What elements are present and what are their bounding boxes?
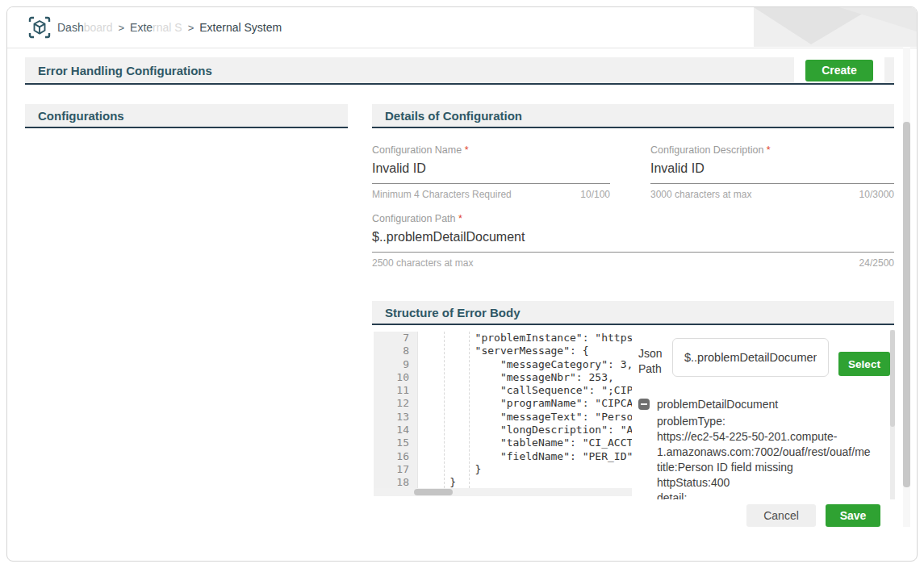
breadcrumb-faded-text: rnal S <box>153 21 182 34</box>
page-title: Error Handling Configurations <box>25 64 212 77</box>
tree-node-content: problemType: https://ec2-54-225-50-201.c… <box>657 414 890 499</box>
json-path-input[interactable] <box>672 338 829 377</box>
configuration-description-label: Configuration Description * <box>650 144 894 156</box>
line-number: 10 <box>374 371 418 384</box>
tree-value-line[interactable]: httpStatus:400 <box>657 475 890 491</box>
configuration-path-field: Configuration Path * $..problemDetailDoc… <box>372 213 894 269</box>
top-bar: Dashboard > External S > External System <box>7 7 917 48</box>
line-number: 14 <box>374 424 418 436</box>
code-lines: 7 "problemInstance": "https: 8 "serverMe… <box>374 332 632 490</box>
create-button-container: Create <box>794 57 884 83</box>
configuration-description-helper: 3000 characters at max <box>650 189 751 200</box>
configuration-path-label: Configuration Path * <box>372 213 894 224</box>
breadcrumb: Dashboard > External S > External System <box>57 7 282 48</box>
code-line: 17 } <box>374 463 632 476</box>
editor-horizontal-scrollbar[interactable] <box>374 488 632 496</box>
line-number: 15 <box>374 436 418 449</box>
configuration-name-counter: 10/100 <box>580 189 610 200</box>
line-number: 8 <box>374 345 418 357</box>
breadcrumb-item-external-system[interactable]: External System <box>199 21 282 34</box>
save-button[interactable]: Save <box>826 504 880 527</box>
error-body-code-editor[interactable]: 7 "problemInstance": "https: 8 "serverMe… <box>374 330 632 496</box>
decor-triangle <box>754 7 873 44</box>
breadcrumb-separator: > <box>188 22 194 34</box>
line-number: 17 <box>374 463 418 476</box>
code-line: 7 "problemInstance": "https: <box>374 332 632 345</box>
configuration-name-input[interactable]: Invalid ID <box>372 161 610 184</box>
code-text[interactable]: "messageCategory": 3, <box>418 358 632 371</box>
configuration-name-label: Configuration Name * <box>372 144 610 156</box>
tree-value-line[interactable]: problemType: <box>657 414 890 429</box>
required-asterisk: * <box>465 144 469 156</box>
app-logo-cube-scan-icon <box>27 15 52 40</box>
json-path-label: Json Path <box>638 346 669 377</box>
code-line: 11 "callSequence": ";CIPC <box>374 384 632 397</box>
code-text[interactable]: "messageText": "Person <box>418 411 632 424</box>
code-text[interactable]: } <box>418 463 481 476</box>
tree-value-line[interactable]: https://ec2-54-225-50-201.compute- <box>657 429 890 445</box>
configurations-panel-header: Configurations <box>25 104 348 128</box>
tree-node-problem-detail-document[interactable]: problemDetailDocument <box>638 398 890 411</box>
code-text[interactable]: "programName": "CIPCAC <box>418 397 632 410</box>
breadcrumb-item-external[interactable]: External S <box>130 21 182 34</box>
breadcrumb-item-dashboard[interactable]: Dashboard <box>57 21 113 34</box>
breadcrumb-faded-text: board <box>84 21 113 34</box>
code-line: 9 "messageCategory": 3, <box>374 358 632 371</box>
code-text[interactable]: "problemInstance": "https: <box>418 332 632 345</box>
configuration-name-helper: Minimum 4 Characters Required <box>372 189 512 200</box>
configuration-description-field: Configuration Description * Invalid ID 3… <box>650 144 894 200</box>
tree-value-line[interactable]: 1.amazonaws.com:7002/ouaf/rest/ouaf/me <box>657 445 890 460</box>
code-line: 10 "messageNbr": 253, <box>374 371 632 384</box>
code-text[interactable]: "messageNbr": 253, <box>418 371 614 384</box>
configuration-path-helper: 2500 characters at max <box>372 257 473 269</box>
code-text[interactable]: "longDescription": "A <box>418 424 632 436</box>
configuration-description-input[interactable]: Invalid ID <box>650 161 894 184</box>
configuration-path-counter: 24/2500 <box>859 257 894 269</box>
configuration-path-input[interactable]: $..problemDetailDocument <box>372 230 894 253</box>
required-asterisk: * <box>458 213 462 224</box>
configuration-description-counter: 10/3000 <box>859 189 894 200</box>
code-text[interactable]: "callSequence": ";CIPC <box>418 384 632 397</box>
code-line: 14 "longDescription": "A <box>374 424 632 436</box>
code-line: 15 "tableName": "CI_ACCT_ <box>374 436 632 449</box>
line-number: 7 <box>374 332 418 345</box>
page-vertical-scrollbar-thumb[interactable] <box>903 122 910 487</box>
tree-value-line[interactable]: detail: <box>657 491 890 499</box>
code-line: 12 "programName": "CIPCAC <box>374 397 632 410</box>
line-number: 9 <box>374 358 418 371</box>
required-asterisk: * <box>767 144 771 156</box>
tree-panel-scrollbar-thumb[interactable] <box>890 330 895 427</box>
code-text[interactable]: "serverMessage": { <box>418 345 589 357</box>
json-structure-tree: problemDetailDocument problemType: https… <box>638 398 890 499</box>
code-text[interactable]: "tableName": "CI_ACCT_ <box>418 436 632 449</box>
details-panel-header: Details of Configuration <box>372 104 894 128</box>
configurations-panel-title: Configurations <box>25 109 124 123</box>
details-panel-title: Details of Configuration <box>372 109 522 123</box>
line-number: 12 <box>374 397 418 410</box>
tree-panel-scrollbar[interactable] <box>890 330 895 499</box>
code-line: 13 "messageText": "Person <box>374 411 632 424</box>
code-text[interactable]: "fieldName": "PER_ID" <box>418 450 632 463</box>
app-window: Dashboard > External S > External System… <box>6 6 918 562</box>
tree-node-label[interactable]: problemDetailDocument <box>657 398 778 411</box>
collapse-minus-icon[interactable] <box>638 399 650 410</box>
editor-horizontal-scrollbar-thumb[interactable] <box>414 489 453 495</box>
page-vertical-scrollbar[interactable] <box>903 48 910 527</box>
error-body-header: Structure of Error Body <box>372 301 894 325</box>
header-decoration <box>754 7 917 47</box>
line-number: 13 <box>374 411 418 424</box>
page-title-bar: Error Handling Configurations <box>25 57 894 85</box>
create-button[interactable]: Create <box>805 60 873 81</box>
select-button[interactable]: Select <box>838 352 890 376</box>
error-body-title: Structure of Error Body <box>372 306 521 320</box>
code-line: 8 "serverMessage": { <box>374 345 632 357</box>
code-line: 16 "fieldName": "PER_ID" <box>374 450 632 463</box>
line-number: 16 <box>374 450 418 463</box>
breadcrumb-separator: > <box>119 22 125 34</box>
cancel-button[interactable]: Cancel <box>746 504 816 527</box>
tree-value-line[interactable]: title:Person ID field missing <box>657 460 890 475</box>
line-number: 11 <box>374 384 418 397</box>
configuration-name-field: Configuration Name * Invalid ID Minimum … <box>372 144 610 200</box>
